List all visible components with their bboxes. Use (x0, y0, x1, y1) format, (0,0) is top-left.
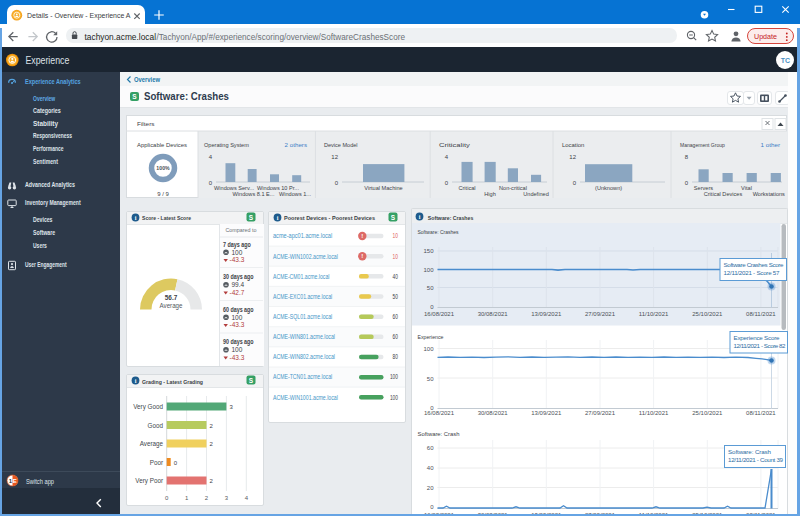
svg-text:ACME-WIN801.acme.local: ACME-WIN801.acme.local (273, 333, 335, 340)
svg-text:Workstations: Workstations (753, 191, 785, 197)
svg-text:50: 50 (393, 293, 399, 300)
svg-text:Operating System: Operating System (204, 141, 249, 148)
svg-text:Software: Crash: Software: Crash (417, 431, 459, 437)
svg-text:12/11/2021 - Score 82: 12/11/2021 - Score 82 (733, 342, 786, 349)
svg-text:40: 40 (426, 465, 433, 471)
svg-text:4: 4 (245, 495, 249, 501)
svg-text:Very Good: Very Good (133, 403, 163, 411)
svg-text:16/08/2021: 16/08/2021 (423, 410, 454, 416)
svg-text:60: 60 (426, 445, 433, 451)
svg-text:!: ! (361, 253, 363, 259)
svg-text:1 other: 1 other (760, 141, 780, 148)
svg-text:50: 50 (426, 285, 433, 291)
svg-text:3: 3 (229, 404, 233, 410)
svg-text:Virtual Machine: Virtual Machine (364, 185, 402, 191)
svg-text:Criticality: Criticality (439, 141, 471, 148)
svg-text:2: 2 (210, 441, 214, 447)
svg-text:(Unknown): (Unknown) (595, 185, 622, 191)
svg-text:13/09/2021: 13/09/2021 (531, 410, 562, 416)
svg-text:25/10/2021: 25/10/2021 (692, 311, 723, 317)
svg-text:12: 12 (569, 154, 576, 160)
svg-text:9 / 9: 9 / 9 (157, 191, 169, 197)
svg-text:11/10/2021: 11/10/2021 (638, 311, 668, 317)
svg-text:3: 3 (225, 495, 229, 501)
svg-text:Average: Average (140, 440, 164, 448)
svg-text:Management Group: Management Group (680, 141, 725, 148)
svg-text:ACME-SQL01.acme.local: ACME-SQL01.acme.local (273, 313, 333, 321)
svg-text:56.7: 56.7 (165, 294, 178, 301)
svg-text:Filters: Filters (137, 120, 155, 127)
svg-text:100: 100 (423, 346, 434, 352)
svg-text:ACME-WIN802.acme.local: ACME-WIN802.acme.local (273, 353, 335, 360)
svg-text:10: 10 (393, 232, 399, 239)
svg-text:0: 0 (174, 459, 178, 465)
svg-text:100%: 100% (156, 165, 170, 171)
svg-text:Vital: Vital (741, 185, 752, 191)
svg-text:11/10/2021: 11/10/2021 (638, 410, 668, 416)
svg-text:0: 0 (430, 504, 434, 510)
svg-text:!: ! (361, 233, 363, 239)
svg-text:Software: Crashes: Software: Crashes (417, 229, 458, 235)
svg-text:2: 2 (210, 422, 214, 428)
svg-text:0: 0 (165, 495, 169, 501)
svg-text:08/11/2021: 08/11/2021 (746, 311, 776, 317)
svg-text:ACME-CM01.acme.local: ACME-CM01.acme.local (273, 273, 330, 280)
svg-text:16/08/2021: 16/08/2021 (423, 311, 454, 317)
svg-text:100: 100 (423, 267, 434, 273)
svg-text:Average: Average (160, 302, 183, 310)
svg-text:Windows 1...: Windows 1... (279, 191, 311, 197)
svg-text:Experience Score: Experience Score (733, 334, 780, 341)
svg-text:2: 2 (210, 478, 214, 484)
svg-text:Software: Crash: Software: Crash (728, 448, 772, 455)
svg-text:13/09/2021: 13/09/2021 (531, 311, 562, 317)
svg-text:Undefined: Undefined (523, 191, 549, 197)
svg-text:80: 80 (393, 353, 399, 360)
svg-text:Poor: Poor (150, 458, 163, 465)
svg-text:27/09/2021: 27/09/2021 (584, 311, 615, 317)
svg-text:acme-apc01.acme.local: acme-apc01.acme.local (273, 232, 333, 240)
svg-text:2 others: 2 others (285, 141, 307, 148)
svg-text:10: 10 (393, 253, 399, 260)
svg-text:Location: Location (562, 141, 585, 148)
svg-text:Device Model: Device Model (324, 141, 358, 148)
svg-text:ACME-WIN1002.acme.local: ACME-WIN1002.acme.local (273, 253, 338, 260)
svg-text:40: 40 (393, 273, 399, 280)
svg-text:Experience: Experience (417, 334, 444, 340)
svg-text:12: 12 (331, 154, 338, 160)
svg-text:27/09/2021: 27/09/2021 (584, 410, 615, 416)
svg-text:Good: Good (148, 421, 164, 428)
svg-text:Critical Devices: Critical Devices (704, 191, 743, 197)
svg-text:ACME-WIN1001.acme.local: ACME-WIN1001.acme.local (273, 394, 338, 401)
svg-text:60: 60 (393, 313, 399, 320)
svg-text:1: 1 (185, 495, 189, 501)
svg-text:30/08/2021: 30/08/2021 (477, 410, 508, 416)
svg-text:Critical: Critical (458, 185, 475, 191)
svg-text:100: 100 (390, 394, 398, 401)
svg-text:12/11/2021 - Score 57: 12/11/2021 - Score 57 (723, 269, 780, 276)
svg-text:20: 20 (426, 485, 433, 491)
svg-text:Very Poor: Very Poor (135, 477, 163, 485)
svg-text:30/08/2021: 30/08/2021 (477, 311, 508, 317)
svg-text:ACME-TCN01.acme.local: ACME-TCN01.acme.local (273, 373, 333, 380)
svg-text:60: 60 (393, 333, 399, 340)
svg-text:08/11/2021: 08/11/2021 (746, 410, 776, 416)
svg-text:12/11/2021 - Count 39: 12/11/2021 - Count 39 (728, 456, 784, 463)
svg-text:100: 100 (390, 373, 398, 380)
svg-text:50: 50 (426, 376, 433, 382)
svg-text:ACME-EXC01.acme.local: ACME-EXC01.acme.local (273, 293, 333, 300)
svg-text:Applicable Devices: Applicable Devices (137, 141, 187, 148)
svg-text:2: 2 (205, 495, 209, 501)
svg-text:Software Crashes Score: Software Crashes Score (723, 261, 784, 268)
svg-text:25/10/2021: 25/10/2021 (692, 410, 723, 416)
svg-text:Windows 8.1 E...: Windows 8.1 E... (233, 191, 275, 197)
svg-text:High: High (484, 191, 496, 197)
svg-text:150: 150 (423, 248, 434, 254)
